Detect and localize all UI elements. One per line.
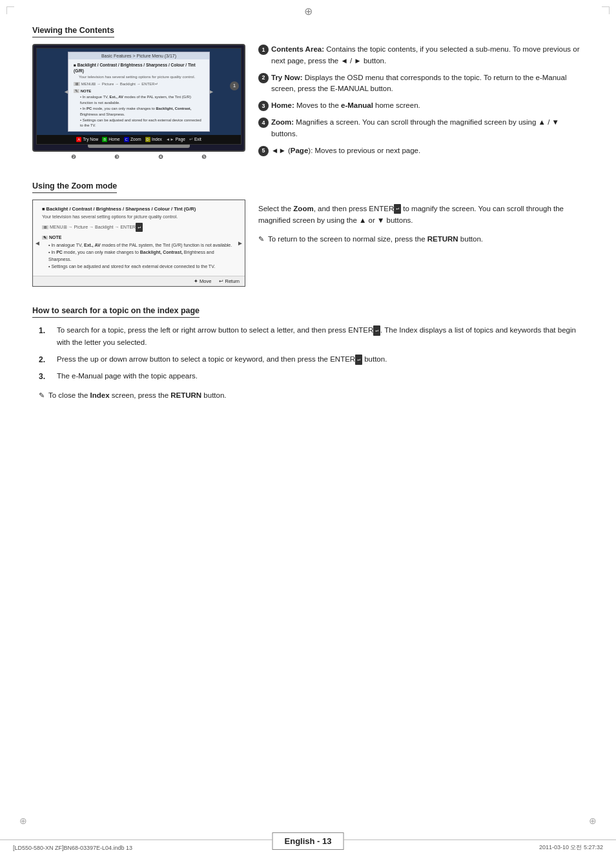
footer-right-text: 2011-03-10 오전 5:27:32: [539, 843, 603, 852]
callout-5-item: 5 ◄► (Page): Moves to previous or next p…: [258, 145, 584, 157]
callout-3-item: 3 Home: Moves to the e-Manual home scree…: [258, 100, 584, 112]
tv-menu-path: 🖥 MENU⊞ → Picture → Backlight → ENTER↵: [74, 81, 204, 87]
tv-menu-bold: ■ Backlight / Contrast / Brightness / Sh…: [74, 62, 204, 74]
callout-4-item: 4 Zoom: Magnifies a screen. You can scro…: [258, 117, 584, 140]
index-search-section: How to search for a topic on the index p…: [32, 306, 584, 402]
callout-1-on-tv: 1: [230, 81, 239, 90]
zoom-note-item-3: • Settings can be adjusted and stored fo…: [48, 263, 236, 271]
tv-stand: [88, 145, 190, 148]
index-note-icon: ✎: [39, 390, 45, 401]
viewing-contents-title: Viewing the Contents: [32, 26, 114, 37]
footer-crosshair-right: ⊕: [589, 816, 597, 826]
index-note-line: ✎ To close the Index screen, press the R…: [39, 390, 584, 402]
zoom-note-header: ✎ NOTE: [42, 234, 236, 242]
tv-arrow-left: ◄: [63, 88, 69, 95]
viewing-contents-layout: Basic Features > Picture Menu (3/17) ■ B…: [32, 44, 584, 162]
callout-2-text: Try Now: Displays the OSD menu that corr…: [271, 72, 584, 96]
tv-wrapper: Basic Features > Picture Menu (3/17) ■ B…: [32, 44, 245, 160]
index-item-3-text: The e-Manual page with the topic appears…: [57, 370, 198, 383]
tv-nav-bar: A Try Now B Home C Zoom: [37, 135, 241, 144]
zoom-box-title: ■ Backlight / Contrast / Brightness / Sh…: [42, 205, 236, 212]
zoom-right-text1: Select the Zoom, and then press ENTER↵ t…: [258, 203, 584, 227]
index-note-text: To close the Index screen, press the RET…: [48, 390, 227, 402]
nav-callout-numbers: ❷ ❸ ❹ ❺: [32, 152, 245, 160]
callout-3-text: Home: Moves to the e-Manual home screen.: [271, 100, 584, 112]
zoom-box-content: ■ Backlight / Contrast / Brightness / Sh…: [33, 200, 245, 276]
callout-num-3: ❸: [114, 154, 119, 160]
callout-5-text: ◄► (Page): Moves to previous or next pag…: [271, 145, 584, 157]
zoom-arrow-right: ►: [237, 240, 243, 247]
tv-screen-outer: Basic Features > Picture Menu (3/17) ■ B…: [32, 44, 245, 152]
index-item-1-text: To search for a topic, press the left or…: [57, 324, 584, 349]
zoom-box-panel: ◄ ■ Backlight / Contrast / Brightness / …: [32, 200, 245, 287]
tv-note-item-1: • In analogue TV, Ext., AV modes of the …: [80, 94, 204, 105]
index-list-item-1: 1. To search for a topic, press the left…: [39, 324, 584, 349]
callout-5-label: 5: [258, 146, 269, 156]
viewing-contents-section: Viewing the Contents Basic Features > Pi…: [32, 26, 584, 162]
zoom-mode-title: Using the Zoom mode: [32, 181, 117, 193]
zoom-box-sub: Your television has several setting opti…: [42, 214, 236, 221]
callout-1-label: 1: [258, 45, 269, 55]
zoom-return-label: ↩ Return: [219, 278, 240, 284]
tv-menu-sub: Your television has several setting opti…: [79, 74, 204, 80]
zoom-note-item-2: • In PC mode, you can only make changes …: [48, 249, 236, 263]
callout-4-label: 4: [258, 118, 269, 128]
zoom-mode-right: Select the Zoom, and then press ENTER↵ t…: [258, 200, 584, 287]
zoom-mode-layout: ◄ ■ Backlight / Contrast / Brightness / …: [32, 200, 584, 287]
tv-screen-inner: Basic Features > Picture Menu (3/17) ■ B…: [36, 48, 241, 145]
index-list-item-2: 2. Press the up or down arrow button to …: [39, 353, 584, 366]
footer-crosshair-left: ⊕: [19, 816, 27, 826]
zoom-move-label: ✦ Move: [194, 278, 211, 284]
tv-menu-header: Basic Features > Picture Menu (3/17): [68, 52, 209, 59]
callout-4-text: Zoom: Magnifies a screen. You can scroll…: [271, 117, 584, 140]
tv-menu-body: ■ Backlight / Contrast / Brightness / Sh…: [68, 59, 209, 131]
tv-note-item-2: • In PC mode, you can only make changes …: [80, 106, 204, 117]
tv-nav-page: ◄► Page: [166, 137, 185, 141]
index-item-3-number: 3.: [39, 370, 52, 383]
zoom-box-path: 🖥 MENU⊞ → Picture → Backlight → ENTER↵: [42, 223, 236, 232]
callout-num-4: ❹: [158, 154, 163, 160]
callout-num-2: ❷: [71, 154, 76, 160]
zoom-box: ◄ ■ Backlight / Contrast / Brightness / …: [32, 200, 245, 287]
zoom-note-item-1: • In analogue TV, Ext., AV modes of the …: [48, 242, 236, 249]
callout-2-label: 2: [258, 73, 269, 83]
callout-2-item: 2 Try Now: Displays the OSD menu that co…: [258, 72, 584, 96]
callout-1-item: 1 Contents Area: Contains the topic cont…: [258, 44, 584, 67]
note-pencil-icon: ✎: [258, 234, 264, 245]
zoom-arrow-left: ◄: [34, 240, 41, 247]
tv-nav-exit: ↵ Exit: [189, 137, 201, 142]
index-list-item-3: 3. The e-Manual page with the topic appe…: [39, 370, 584, 383]
footer-page-label: English - 13: [272, 832, 344, 850]
tv-note-item-3: • Settings can be adjusted and stored fo…: [80, 118, 204, 129]
index-search-title: How to search for a topic on the index p…: [32, 306, 200, 318]
tv-mockup-panel: Basic Features > Picture Menu (3/17) ■ B…: [32, 44, 245, 162]
zoom-return-note: ✎ To return to the screen to normal size…: [258, 234, 584, 245]
footer-left-text: [LD550-580-XN ZF]BN68-03397E-L04.indb 13: [13, 845, 132, 851]
index-item-2-number: 2.: [39, 353, 52, 366]
zoom-mode-section: Using the Zoom mode ◄ ■ Backlight / Cont…: [32, 181, 584, 287]
tv-nav-index: D Index: [145, 137, 162, 142]
index-search-list: 1. To search for a topic, press the left…: [39, 324, 584, 384]
tv-arrow-right: ►: [209, 88, 214, 95]
zoom-bottom-bar: ✦ Move ↩ Return: [33, 276, 245, 286]
zoom-right-text2: To return to the screen to normal size, …: [268, 234, 483, 245]
tv-nav-try-now: A Try Now: [76, 137, 98, 142]
tv-nav-zoom: C Zoom: [124, 137, 141, 142]
index-item-2-text: Press the up or down arrow button to sel…: [57, 353, 387, 366]
callout-num-5: ❺: [201, 154, 207, 160]
callout-1-text: Contents Area: Contains the topic conten…: [271, 44, 584, 67]
viewing-contents-right: 1 Contents Area: Contains the topic cont…: [258, 44, 584, 162]
tv-note-header: ✎ NOTE: [74, 88, 204, 94]
callout-3-label: 3: [258, 101, 269, 111]
index-item-1-number: 1.: [39, 324, 52, 337]
tv-nav-home: B Home: [102, 137, 119, 142]
